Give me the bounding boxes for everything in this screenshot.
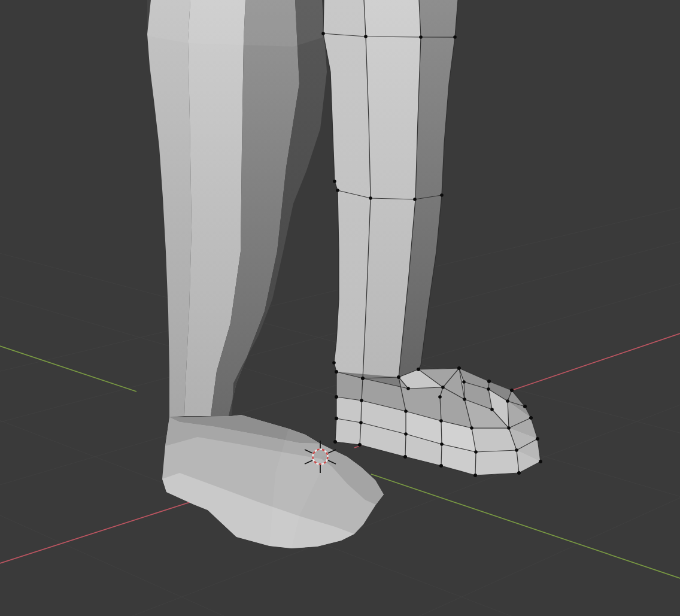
mesh-vertex[interactable] xyxy=(457,366,461,370)
mesh-vertex[interactable] xyxy=(490,408,494,411)
mesh-vertex[interactable] xyxy=(440,193,444,197)
mesh-vertex[interactable] xyxy=(403,455,407,459)
mesh-vertex[interactable] xyxy=(359,421,363,424)
mesh-vertex[interactable] xyxy=(510,389,514,392)
mesh-vertex[interactable] xyxy=(417,368,420,371)
mesh-vertex[interactable] xyxy=(333,440,337,444)
mesh-vertex[interactable] xyxy=(419,35,423,39)
mesh-vertex[interactable] xyxy=(470,426,473,430)
mesh-vertex[interactable] xyxy=(358,443,362,447)
mesh-vertex[interactable] xyxy=(439,464,443,468)
mesh-vertex[interactable] xyxy=(397,375,400,379)
mesh-vertex[interactable] xyxy=(438,395,442,399)
mesh-vertex[interactable] xyxy=(487,380,491,383)
mesh-vertex[interactable] xyxy=(335,417,338,420)
mesh-vertex[interactable] xyxy=(335,395,338,399)
mesh-vertex[interactable] xyxy=(321,32,325,35)
mesh-vertex[interactable] xyxy=(529,416,533,420)
mesh-vertex[interactable] xyxy=(364,35,368,38)
mesh-vertex[interactable] xyxy=(360,399,363,402)
mesh-vertex[interactable] xyxy=(474,450,478,454)
mesh-vertex[interactable] xyxy=(462,380,466,384)
mesh-vertex[interactable] xyxy=(473,474,477,477)
mesh-vertex[interactable] xyxy=(506,399,509,403)
mesh-vertex[interactable] xyxy=(361,377,365,380)
mesh-vertex[interactable] xyxy=(441,386,445,389)
mesh-vertex[interactable] xyxy=(507,426,511,430)
mesh-vertex[interactable] xyxy=(404,432,408,436)
viewport-canvas[interactable] xyxy=(0,0,680,616)
mesh-vertex[interactable] xyxy=(336,189,339,192)
blender-3d-viewport[interactable] xyxy=(0,0,680,616)
mesh-vertex[interactable] xyxy=(523,405,527,408)
mesh-vertex[interactable] xyxy=(453,35,457,39)
mesh-vertex[interactable] xyxy=(487,387,490,391)
mesh-vertex[interactable] xyxy=(440,442,444,446)
mesh-vertex[interactable] xyxy=(406,387,410,390)
left-leg-knee-face xyxy=(147,0,324,47)
right-foot-face[interactable] xyxy=(475,450,519,475)
mesh-vertex[interactable] xyxy=(404,409,408,413)
mesh-vertex[interactable] xyxy=(539,460,542,463)
mesh-vertex[interactable] xyxy=(333,180,336,183)
mesh-vertex[interactable] xyxy=(515,448,518,452)
mesh-vertex[interactable] xyxy=(439,419,443,423)
mesh-vertex[interactable] xyxy=(517,471,521,475)
mesh-vertex[interactable] xyxy=(536,437,539,441)
mesh-vertex[interactable] xyxy=(335,370,338,374)
mesh-vertex[interactable] xyxy=(332,361,336,365)
mesh-vertex[interactable] xyxy=(413,198,417,201)
mesh-vertex[interactable] xyxy=(463,397,466,401)
mesh-vertex[interactable] xyxy=(369,196,372,200)
